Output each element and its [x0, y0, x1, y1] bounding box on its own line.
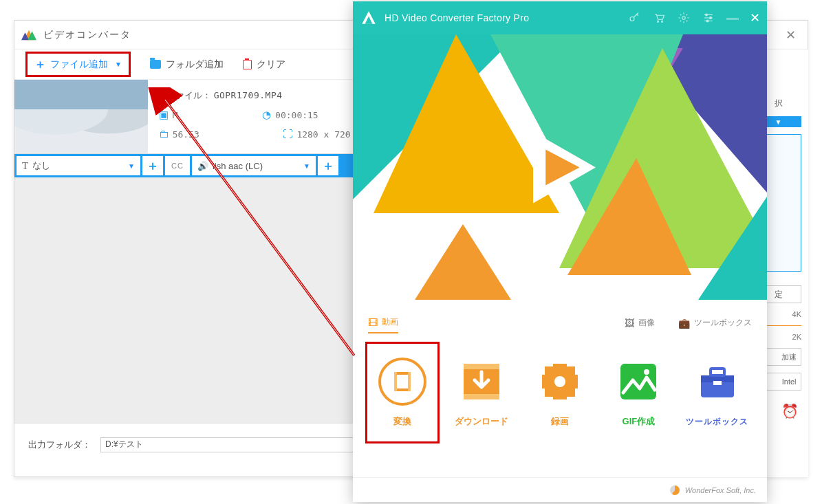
menu-settings-icon[interactable]	[702, 11, 715, 25]
tab-toolbox[interactable]: 💼 ツールボックス	[678, 317, 752, 333]
clock-icon: ◔	[260, 109, 272, 121]
text-icon: T	[22, 160, 28, 172]
hd-cards: 変換 ダウンロード 録画 GIF作成 ツールボックス	[353, 333, 767, 449]
svg-point-24	[644, 369, 649, 375]
add-file-label: ファイル追加	[50, 58, 108, 71]
add-audio-button[interactable]: ＋	[318, 156, 338, 175]
hd-footer: WonderFox Soft, Inc.	[353, 477, 767, 502]
video-resolution: 1280 x 720	[296, 129, 350, 140]
source-file-name: GOPR1709.MP4	[214, 90, 283, 100]
gif-icon	[614, 358, 662, 406]
wonderfox-logo-icon	[670, 485, 680, 495]
card-record-label: 録画	[551, 415, 569, 428]
tab-image[interactable]: 🖼 画像	[625, 317, 655, 333]
cc-icon[interactable]: CC	[165, 156, 190, 175]
chevron-down-icon: ▼	[115, 61, 122, 68]
hd-title: HD Video Converter Factory Pro	[385, 12, 529, 23]
card-toolbox-label: ツールボックス	[686, 416, 748, 428]
subtitle-select[interactable]: T なし ▼	[17, 156, 140, 175]
card-convert[interactable]: 変換	[365, 342, 440, 443]
folder-icon	[150, 60, 161, 69]
resolution-icon: ⛶	[282, 128, 294, 140]
video-codec-icon: ▣	[158, 109, 170, 121]
res-divider	[764, 325, 801, 326]
hd-footer-text: WonderFox Soft, Inc.	[685, 486, 756, 494]
briefcase-icon: 💼	[678, 318, 690, 329]
svg-point-11	[706, 20, 709, 22]
key-icon[interactable]	[627, 11, 641, 25]
toolbox-icon	[693, 358, 742, 406]
svg-rect-19	[464, 364, 499, 369]
res-4k-label[interactable]: 4K	[792, 310, 801, 318]
svg-rect-15	[397, 375, 408, 388]
trash-icon	[243, 60, 252, 69]
audio-track-select[interactable]: 🔊 lish aac (LC) ▼	[192, 156, 316, 175]
subtitle-value: なし	[32, 160, 50, 172]
download-icon	[457, 358, 506, 406]
video-thumbnail[interactable]	[14, 80, 148, 153]
card-download[interactable]: ダウンロード	[444, 342, 518, 443]
svg-rect-17	[408, 372, 411, 391]
card-convert-label: 変換	[393, 415, 411, 428]
card-gif[interactable]: GIF作成	[601, 342, 675, 443]
hd-titlebar: HD Video Converter Factory Pro — ✕	[353, 1, 767, 34]
gear-icon[interactable]	[677, 11, 691, 25]
converter-title: ビデオコンバータ	[43, 29, 131, 41]
hd-category-tabs: 🎞 動画 🖼 画像 💼 ツールボックス	[353, 309, 767, 333]
add-file-button[interactable]: ＋ ファイル追加 ▼	[25, 52, 131, 77]
tab-video[interactable]: 🎞 動画	[368, 316, 398, 333]
add-folder-button[interactable]: フォルダ追加	[150, 58, 224, 71]
film-icon: 🎞	[368, 317, 378, 328]
timer-icon[interactable]: ⏰	[781, 403, 799, 419]
tab-image-label: 画像	[638, 317, 655, 329]
output-folder-value: D:¥テスト	[105, 439, 143, 450]
minimize-button[interactable]: —	[726, 11, 739, 25]
file-size-icon: 🗀	[158, 128, 170, 140]
chevron-down-icon: ▼	[128, 162, 135, 170]
svg-point-7	[661, 21, 662, 22]
audio-value: lish aac (LC)	[213, 161, 263, 171]
output-folder-label: 出力フォルダ：	[28, 439, 91, 451]
record-icon	[536, 358, 584, 406]
speaker-icon: 🔊	[197, 161, 208, 171]
tab-video-label: 動画	[382, 316, 398, 328]
source-file-label: 元ファイル：	[158, 90, 211, 100]
add-folder-label: フォルダ追加	[166, 58, 224, 71]
svg-point-9	[706, 14, 708, 16]
clear-label: クリア	[257, 58, 285, 71]
hd-title-actions: — ✕	[627, 10, 760, 25]
file-size: 56.53	[173, 129, 199, 140]
svg-point-6	[657, 21, 658, 22]
app-logo-icon	[21, 28, 36, 43]
cart-icon[interactable]	[652, 11, 666, 25]
hd-logo-icon	[360, 9, 378, 27]
video-duration: 00:00:15	[275, 110, 318, 120]
svg-point-22	[554, 376, 565, 387]
card-toolbox[interactable]: ツールボックス	[680, 342, 755, 443]
svg-point-8	[682, 17, 686, 20]
card-record[interactable]: 録画	[523, 342, 597, 443]
svg-rect-28	[713, 381, 722, 385]
hd-launcher-window: HD Video Converter Factory Pro — ✕ 🎞 動画	[353, 1, 767, 502]
converter-close-button[interactable]: ✕	[780, 25, 801, 45]
plus-icon: ＋	[34, 56, 46, 72]
convert-icon	[378, 358, 426, 406]
video-codec: M	[173, 110, 178, 120]
res-2k-label[interactable]: 2K	[792, 333, 801, 341]
hd-hero-art	[353, 34, 767, 309]
svg-rect-16	[394, 372, 397, 391]
clear-button[interactable]: クリア	[243, 58, 285, 71]
card-download-label: ダウンロード	[455, 415, 508, 428]
image-icon: 🖼	[625, 318, 634, 329]
chevron-down-icon: ▼	[303, 162, 310, 170]
pick-label: 択	[775, 98, 783, 109]
tab-toolbox-label: ツールボックス	[694, 317, 752, 329]
svg-point-5	[630, 17, 634, 21]
card-gif-label: GIF作成	[623, 415, 656, 428]
close-button[interactable]: ✕	[750, 10, 760, 25]
play-triangle-icon	[515, 123, 605, 212]
svg-point-10	[710, 17, 712, 19]
add-subtitle-button[interactable]: ＋	[142, 156, 163, 175]
svg-rect-20	[464, 394, 499, 399]
svg-rect-27	[711, 369, 724, 375]
